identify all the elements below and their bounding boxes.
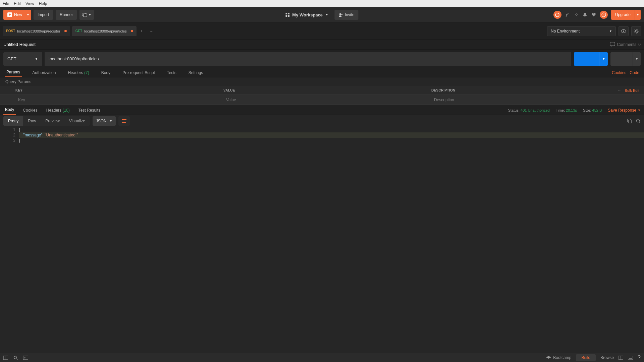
workspace-selector[interactable]: My Workspace ▼: [285, 12, 328, 17]
header-toolbar: + New ▼ Import Runner ▼ My Workspace ▼ I…: [0, 7, 644, 23]
console-icon[interactable]: [23, 356, 28, 360]
sync-icon[interactable]: [553, 11, 561, 19]
satellite-icon[interactable]: [565, 12, 570, 17]
params-col-key: KEY: [13, 88, 221, 92]
invite-button-label: Invite: [345, 12, 355, 17]
tab-authorization[interactable]: Authorization: [31, 70, 57, 77]
window-icon: [82, 13, 87, 17]
grid-icon: [285, 13, 289, 17]
view-pretty[interactable]: Pretty: [3, 116, 23, 126]
response-body[interactable]: 1{2 "message": "Unauthenticated."3}: [0, 127, 644, 353]
save-response[interactable]: Save Response ▼: [608, 108, 641, 113]
tab-headers[interactable]: Headers (7): [66, 70, 91, 77]
tab-strip: POSTlocalhost:8000/api/registerGETlocalh…: [0, 23, 644, 40]
bootcamp-button[interactable]: Bootcamp: [546, 355, 571, 360]
save-dropdown[interactable]: ▼: [633, 52, 641, 66]
tab-label: localhost:8000/api/register: [17, 29, 60, 33]
sidebar-toggle-icon[interactable]: [3, 356, 8, 360]
request-tab[interactable]: POSTlocalhost:8000/api/register: [3, 26, 70, 36]
request-title-bar: Untitled Request Comments 0: [0, 40, 644, 50]
http-method-select[interactable]: GET ▼: [3, 52, 42, 66]
new-button[interactable]: + New ▼: [3, 10, 31, 20]
save-button[interactable]: Save ▼: [610, 52, 641, 66]
svg-marker-13: [603, 14, 604, 15]
view-raw[interactable]: Raw: [23, 116, 41, 126]
request-tab[interactable]: GETlocalhost:8000/api/articles: [72, 26, 137, 36]
http-method-label: GET: [7, 56, 16, 61]
new-dropdown[interactable]: ▼: [25, 10, 31, 20]
svg-line-22: [637, 32, 638, 33]
two-pane-icon[interactable]: [619, 356, 623, 360]
response-tab-headers[interactable]: Headers (10): [45, 108, 71, 115]
svg-line-24: [637, 29, 638, 30]
send-button[interactable]: Send ▼: [574, 52, 608, 66]
svg-rect-35: [23, 356, 28, 360]
view-preview[interactable]: Preview: [41, 116, 64, 126]
keyboard-icon[interactable]: [628, 356, 633, 360]
svg-point-6: [339, 13, 341, 15]
param-value-input[interactable]: [223, 98, 429, 102]
response-tab-body[interactable]: Body: [3, 107, 16, 115]
tab-add[interactable]: ＋: [137, 26, 147, 36]
request-subtabs: Params Authorization Headers (7) Body Pr…: [0, 68, 644, 77]
request-title[interactable]: Untitled Request: [3, 42, 36, 47]
tab-method: POST: [6, 29, 15, 33]
menu-edit[interactable]: Edit: [14, 1, 21, 6]
svg-rect-5: [288, 15, 289, 17]
response-tabs: Body Cookies Headers (10) Test Results S…: [0, 105, 644, 115]
search-icon[interactable]: [636, 119, 641, 123]
response-body-toolbar: Pretty Raw Preview Visualize JSON ▼: [0, 115, 644, 127]
menu-file[interactable]: File: [3, 1, 9, 6]
tab-body[interactable]: Body: [100, 70, 112, 77]
upgrade-dropdown[interactable]: ▼: [635, 10, 641, 20]
import-button[interactable]: Import: [34, 10, 53, 20]
copy-icon[interactable]: [627, 119, 632, 123]
format-label: JSON: [96, 119, 107, 123]
tab-settings[interactable]: Settings: [187, 70, 205, 77]
explore-icon[interactable]: [600, 11, 608, 19]
tab-tests[interactable]: Tests: [165, 70, 178, 77]
tab-label: localhost:8000/api/articles: [84, 29, 127, 33]
svg-rect-1: [84, 14, 87, 17]
invite-button[interactable]: Invite: [334, 10, 359, 20]
response-tab-tests[interactable]: Test Results: [77, 108, 102, 115]
params-more[interactable]: ⋯: [618, 88, 622, 92]
build-pill[interactable]: Build: [576, 354, 596, 361]
runner-button[interactable]: Runner: [56, 10, 77, 20]
svg-rect-39: [628, 356, 633, 360]
view-visualize[interactable]: Visualize: [64, 116, 90, 126]
environment-settings[interactable]: [631, 26, 641, 36]
dirty-indicator: [64, 30, 67, 32]
send-dropdown[interactable]: ▼: [599, 52, 608, 66]
person-plus-icon: [338, 13, 343, 17]
tab-prerequest[interactable]: Pre-request Script: [121, 70, 157, 77]
code-link[interactable]: Code: [630, 70, 639, 75]
response-tab-cookies[interactable]: Cookies: [21, 108, 39, 115]
tab-more[interactable]: ⋯: [147, 26, 157, 36]
wrap-lines-button[interactable]: [118, 116, 130, 126]
format-select[interactable]: JSON ▼: [93, 116, 116, 126]
status-bar: Bootcamp Build Browse ?: [0, 353, 644, 362]
help-icon[interactable]: ?: [638, 355, 641, 361]
capture-button[interactable]: ▼: [79, 10, 94, 20]
svg-point-33: [14, 356, 17, 359]
tab-params[interactable]: Params: [5, 70, 22, 77]
grad-cap-icon: [546, 356, 551, 360]
svg-point-16: [635, 30, 637, 32]
request-url-input[interactable]: [45, 52, 571, 66]
menu-view[interactable]: View: [25, 1, 34, 6]
browse-pill[interactable]: Browse: [600, 355, 614, 360]
svg-point-10: [566, 16, 567, 17]
cookies-link[interactable]: Cookies: [612, 70, 626, 75]
params-col-description: DESCRIPTION: [429, 88, 607, 92]
param-key-input[interactable]: [15, 98, 221, 102]
plus-icon: +: [7, 12, 12, 17]
bulk-edit-link[interactable]: Bulk Edit: [625, 88, 639, 93]
svg-line-30: [639, 122, 640, 123]
menu-help[interactable]: Help: [39, 1, 47, 6]
app-menu-bar: File Edit View Help: [0, 0, 644, 7]
param-desc-input[interactable]: [431, 98, 607, 102]
svg-line-21: [635, 29, 635, 30]
find-icon[interactable]: [13, 356, 18, 360]
workspace-label: My Workspace: [292, 12, 323, 17]
